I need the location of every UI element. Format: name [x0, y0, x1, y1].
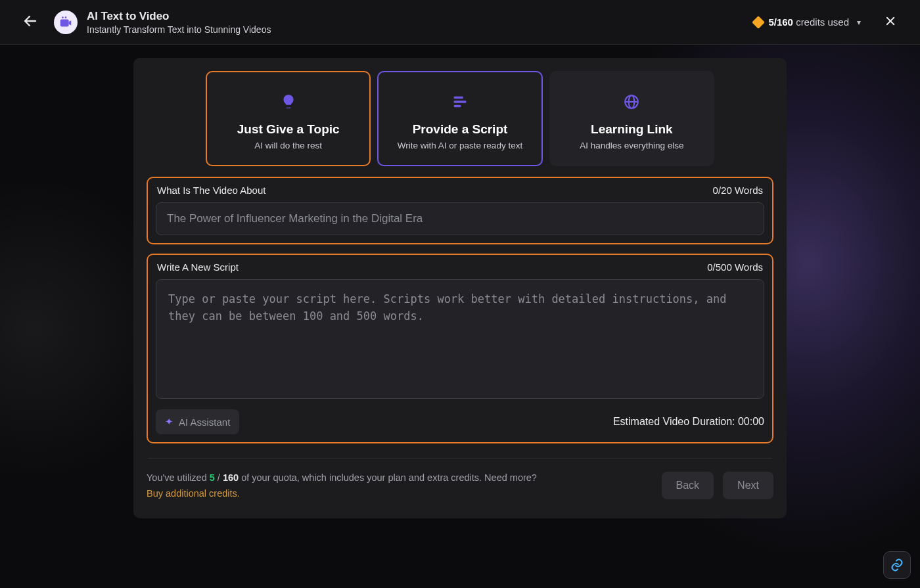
- diamond-icon: [752, 16, 766, 29]
- mode-card-link[interactable]: Learning Link AI handles everything else: [549, 71, 714, 166]
- topic-input[interactable]: [156, 202, 764, 235]
- topic-field-block: What Is The Video About 0/20 Words: [147, 177, 773, 244]
- mode-sub: Write with AI or paste ready text: [390, 141, 529, 150]
- panel-footer: You've utilized 5 / 160 of your quota, w…: [147, 470, 773, 501]
- main-panel: Just Give a Topic AI will do the rest Pr…: [133, 58, 787, 518]
- mode-title: Learning Link: [563, 122, 701, 137]
- svg-rect-6: [454, 97, 463, 99]
- chevron-down-icon: ▾: [857, 18, 861, 27]
- app-icon: [54, 11, 78, 34]
- mode-sub: AI will do the rest: [219, 141, 357, 150]
- script-textarea[interactable]: [156, 279, 764, 399]
- mode-card-topic[interactable]: Just Give a Topic AI will do the rest: [206, 71, 371, 166]
- mode-title: Just Give a Topic: [219, 122, 357, 137]
- back-arrow-button[interactable]: [18, 9, 42, 35]
- close-icon: [885, 15, 896, 27]
- close-button[interactable]: [879, 11, 902, 34]
- quota-text: You've utilized 5 / 160 of your quota, w…: [147, 470, 537, 501]
- svg-rect-8: [454, 105, 461, 108]
- link-icon: [890, 558, 904, 572]
- script-field-block: Write A New Script 0/500 Words ✦ AI Assi…: [147, 254, 773, 443]
- ai-assistant-label: AI Assistant: [179, 417, 230, 428]
- back-button[interactable]: Back: [662, 472, 714, 499]
- svg-rect-7: [454, 101, 467, 103]
- topbar: AI Text to Video Instantly Transform Tex…: [0, 0, 920, 45]
- floating-link-badge[interactable]: [883, 551, 911, 579]
- mode-sub: AI handles everything else: [563, 141, 701, 150]
- credits-dropdown[interactable]: 5/160 credits used ▾: [754, 16, 861, 28]
- page-title: AI Text to Video: [87, 10, 271, 23]
- sparkle-icon: ✦: [165, 416, 173, 428]
- svg-point-2: [62, 16, 64, 18]
- svg-point-3: [65, 16, 67, 18]
- page-subtitle: Instantly Transform Text into Stunning V…: [87, 24, 271, 35]
- svg-rect-1: [60, 19, 69, 26]
- mode-title: Provide a Script: [390, 122, 529, 137]
- arrow-left-icon: [22, 13, 38, 29]
- script-label: Write A New Script: [157, 261, 239, 273]
- buy-credits-link[interactable]: Buy additional credits.: [147, 486, 537, 501]
- topic-word-counter: 0/20 Words: [713, 185, 763, 196]
- topic-label: What Is The Video About: [157, 185, 265, 196]
- mode-card-script[interactable]: Provide a Script Write with AI or paste …: [377, 71, 542, 166]
- credits-used-value: 5/160: [768, 16, 793, 28]
- lightbulb-icon: [219, 91, 357, 113]
- next-button[interactable]: Next: [723, 472, 773, 499]
- ai-assistant-button[interactable]: ✦ AI Assistant: [156, 409, 239, 434]
- globe-icon: [563, 91, 701, 113]
- script-lines-icon: [390, 91, 529, 113]
- mode-selector: Just Give a Topic AI will do the rest Pr…: [147, 71, 773, 166]
- script-word-counter: 0/500 Words: [707, 261, 763, 273]
- divider: [148, 458, 772, 459]
- credits-label: credits used: [796, 16, 849, 28]
- estimated-duration: Estimated Video Duration: 00:00: [613, 416, 764, 428]
